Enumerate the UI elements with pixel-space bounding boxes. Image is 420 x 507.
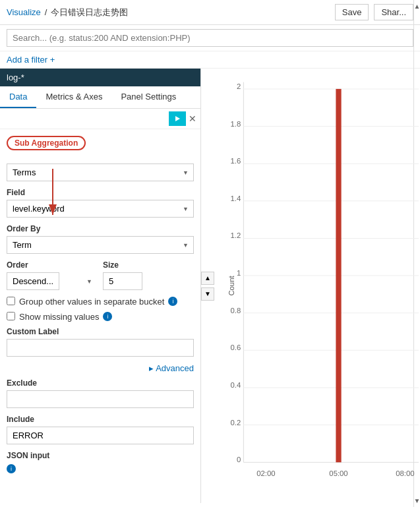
order-size-row: Order Descend... Size bbox=[7, 260, 194, 297]
group-other-group: Group other values in separate bucket i bbox=[7, 297, 194, 307]
show-missing-label: Show missing values bbox=[19, 312, 99, 322]
order-select[interactable]: Descend... bbox=[7, 272, 59, 290]
svg-text:1.2: 1.2 bbox=[230, 231, 241, 239]
size-label: Size bbox=[103, 260, 194, 270]
svg-text:05:00: 05:00 bbox=[329, 469, 347, 477]
include-label: Include bbox=[7, 415, 194, 424]
exclude-group: Exclude bbox=[7, 378, 194, 408]
field-group: Field level.keyword bbox=[7, 188, 194, 218]
size-input[interactable] bbox=[103, 272, 142, 290]
exclude-input[interactable] bbox=[7, 390, 194, 408]
top-bar: Visualize / 今日错误日志走势图 Save Shar... bbox=[0, 0, 420, 25]
type-group: Terms bbox=[7, 164, 194, 181]
add-filter-plus: + bbox=[50, 55, 55, 65]
index-bar: log-* bbox=[0, 69, 200, 86]
play-icon bbox=[174, 115, 181, 122]
order-by-group: Order By Term bbox=[7, 224, 194, 254]
chart-bar bbox=[336, 89, 341, 462]
svg-text:Count: Count bbox=[227, 276, 235, 296]
tab-panel-settings[interactable]: Panel Settings bbox=[111, 86, 185, 108]
show-missing-group: Show missing values i bbox=[7, 312, 194, 322]
svg-text:08:00: 08:00 bbox=[396, 469, 414, 477]
json-input-label: JSON input bbox=[7, 451, 194, 460]
panel-toolbar: ✕ bbox=[0, 109, 200, 129]
svg-text:0.8: 0.8 bbox=[230, 307, 241, 314]
index-label: log-* bbox=[7, 73, 24, 82]
svg-text:0.4: 0.4 bbox=[230, 381, 241, 389]
svg-text:0.2: 0.2 bbox=[230, 419, 241, 427]
breadcrumb: Visualize / 今日错误日志走势图 bbox=[7, 7, 128, 18]
search-bar bbox=[0, 25, 420, 51]
top-actions: Save Shar... bbox=[335, 4, 413, 20]
search-input[interactable] bbox=[7, 29, 413, 47]
svg-text:1.4: 1.4 bbox=[230, 194, 241, 202]
svg-text:1.6: 1.6 bbox=[230, 157, 241, 165]
group-other-info-icon[interactable]: i bbox=[168, 297, 177, 306]
close-button[interactable]: ✕ bbox=[189, 113, 196, 124]
breadcrumb-separator: / bbox=[45, 7, 47, 17]
group-other-checkbox[interactable] bbox=[7, 297, 15, 305]
svg-text:0.6: 0.6 bbox=[230, 343, 241, 351]
field-select[interactable]: level.keyword bbox=[7, 200, 194, 218]
share-button[interactable]: Shar... bbox=[374, 4, 413, 20]
breadcrumb-title: 今日错误日志走势图 bbox=[51, 7, 128, 18]
svg-text:02:00: 02:00 bbox=[256, 469, 275, 477]
order-by-label: Order By bbox=[7, 224, 194, 233]
tabs-bar: Data Metrics & Axes Panel Settings bbox=[0, 86, 200, 109]
json-input-info-icon[interactable]: i bbox=[7, 464, 16, 473]
tab-metrics-axes[interactable]: Metrics & Axes bbox=[36, 86, 111, 108]
show-missing-info-icon[interactable]: i bbox=[103, 312, 112, 321]
svg-text:1: 1 bbox=[237, 269, 241, 277]
sub-aggregation-label: Sub Aggregation bbox=[7, 136, 86, 150]
exclude-label: Exclude bbox=[7, 378, 194, 388]
chart-scroll-up[interactable]: ▲ bbox=[201, 272, 214, 285]
custom-label-input[interactable] bbox=[7, 339, 194, 357]
chart-svg: 2 1.8 1.6 1.4 1.2 1 0.8 0.6 0.4 0.2 0 bbox=[218, 69, 420, 503]
order-by-select[interactable]: Term bbox=[7, 236, 194, 254]
left-panel: log-* Data Metrics & Axes Panel Settings… bbox=[0, 69, 201, 503]
chart-scroll-down[interactable]: ▼ bbox=[201, 287, 214, 301]
advanced-link[interactable]: Advanced bbox=[7, 363, 194, 373]
play-button[interactable] bbox=[169, 111, 186, 126]
add-filter-link[interactable]: Add a filter + bbox=[7, 55, 55, 65]
show-missing-checkbox[interactable] bbox=[7, 312, 15, 320]
json-input-group: JSON input i bbox=[7, 451, 194, 473]
custom-label-group: Custom Label bbox=[7, 327, 194, 357]
breadcrumb-visualize[interactable]: Visualize bbox=[7, 7, 41, 17]
right-panel: ▲ ▼ 2 1.8 1.6 1.4 1.2 1 0.8 0.6 0.4 0.2 … bbox=[201, 69, 420, 503]
svg-text:0: 0 bbox=[237, 456, 241, 463]
field-label: Field bbox=[7, 188, 194, 197]
panel-body: Sub Aggregation Terms Field level.keywor… bbox=[0, 129, 200, 503]
main-content: log-* Data Metrics & Axes Panel Settings… bbox=[0, 69, 420, 503]
svg-text:1.8: 1.8 bbox=[230, 120, 241, 128]
type-select[interactable]: Terms bbox=[7, 164, 194, 181]
include-group: Include bbox=[7, 415, 194, 444]
svg-marker-0 bbox=[175, 116, 180, 121]
add-filter-bar: Add a filter + bbox=[0, 51, 420, 69]
custom-label-label: Custom Label bbox=[7, 327, 194, 336]
include-input[interactable] bbox=[7, 427, 194, 444]
svg-text:2: 2 bbox=[237, 82, 241, 90]
size-group: Size bbox=[103, 260, 194, 290]
group-other-label: Group other values in separate bucket bbox=[19, 297, 164, 307]
order-group: Order Descend... bbox=[7, 260, 98, 290]
tab-data[interactable]: Data bbox=[0, 86, 36, 108]
order-label: Order bbox=[7, 260, 98, 270]
save-button[interactable]: Save bbox=[335, 4, 369, 20]
